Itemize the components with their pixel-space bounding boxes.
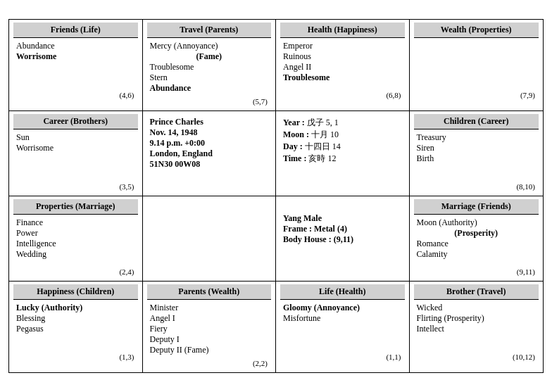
line: Moon (Authority) (417, 217, 537, 228)
line: Angel I (150, 313, 269, 324)
content-marriage-friends: Moon (Authority) (Prosperity) Romance Ca… (414, 215, 539, 278)
line: Calamity (417, 249, 537, 260)
line: Wedding (16, 249, 135, 260)
coord: (3,5) (119, 182, 134, 191)
content-friends-life: Abundance Worrisome (4,6) (13, 38, 138, 101)
header-marriage-friends: Marriage (Friends) (414, 199, 539, 215)
cell-children-career: Children (Career) Treasury Siren Birth (… (410, 111, 544, 196)
cell-health-happiness: Health (Happiness) Emperor Ruinous Angel… (276, 20, 410, 110)
line: Worrisome (16, 143, 135, 153)
line: Wicked (417, 303, 537, 313)
line: Angel II (283, 62, 402, 72)
coord: (9,11) (517, 267, 535, 276)
line: Ruinous (283, 51, 402, 62)
content-children-career: Treasury Siren Birth (8,10) (414, 129, 539, 193)
line: Deputy II (Fame) (150, 345, 269, 355)
content-properties-marriage: Finance Power Intelligence Wedding (2,4) (13, 215, 138, 278)
line: (Prosperity) (417, 228, 537, 239)
time-line: Time : 亥時 12 (283, 153, 402, 165)
line: Troublesome (150, 62, 269, 72)
header-wealth-properties: Wealth (Properties) (414, 23, 539, 38)
grid-row-3: Properties (Marriage) Finance Power Inte… (9, 196, 543, 282)
subject-date: Nov. 14, 1948 (150, 127, 269, 138)
cell-life-health: Life (Health) Gloomy (Annoyance) Misfort… (276, 282, 410, 372)
subject-name: Prince Charles (150, 117, 269, 127)
grid-row-2: Career (Brothers) Sun Worrisome (3,5) Pr… (9, 111, 543, 196)
coord: (4,6) (119, 91, 134, 99)
frame-line: Frame : Metal (4) (283, 224, 402, 234)
line: Gloomy (Annoyance) (283, 303, 402, 313)
line: Intelligence (16, 239, 135, 249)
coord: (5,7) (253, 97, 268, 106)
header-brother-travel: Brother (Travel) (414, 284, 539, 300)
header-happiness-children: Happiness (Children) (13, 284, 138, 300)
cell-career-brothers: Career (Brothers) Sun Worrisome (3,5) (9, 111, 143, 196)
header-properties-marriage: Properties (Marriage) (13, 199, 138, 215)
content-year: Year : 戊子 5, 1 Moon : 十月 10 Day : 十四日 14… (280, 114, 405, 177)
coord: (10,12) (513, 353, 535, 361)
content-empty-mid (147, 199, 272, 277)
content-travel-parents: Mercy (Annoyance) (Fame) Troublesome Ste… (147, 38, 272, 108)
subject-location: London, England (150, 148, 269, 159)
coord: (2,4) (119, 267, 134, 276)
line: Abundance (150, 83, 269, 94)
header-life-health: Life (Health) (280, 284, 405, 300)
moon-line: Moon : 十月 10 (283, 129, 402, 141)
line: Deputy I (150, 334, 269, 345)
content-subject: Prince Charles Nov. 14, 1948 9.14 p.m. +… (147, 114, 272, 177)
subject-time: 9.14 p.m. +0:00 (150, 138, 269, 148)
line: Treasury (417, 132, 537, 143)
line: Pegasus (16, 324, 135, 334)
header-career-brothers: Career (Brothers) (13, 114, 138, 129)
line: Flirting (Prosperity) (417, 313, 537, 324)
content-health-happiness: Emperor Ruinous Angel II Troublesome (6,… (280, 38, 405, 101)
line: Siren (417, 143, 537, 153)
line: Finance (16, 217, 135, 228)
cell-yang-info: Yang Male Frame : Metal (4) Body House :… (276, 196, 410, 281)
grid-row-4: Happiness (Children) Lucky (Authority) B… (9, 282, 543, 372)
line: Fiery (150, 324, 269, 334)
content-parents-wealth: Minister Angel I Fiery Deputy I Deputy I… (147, 300, 272, 369)
content-yang: Yang Male Frame : Metal (4) Body House :… (280, 199, 405, 263)
header-children-career: Children (Career) (414, 114, 539, 129)
line: Romance (417, 239, 537, 249)
yang-male: Yang Male (283, 213, 402, 224)
coord: (7,9) (520, 91, 535, 99)
cell-marriage-friends: Marriage (Friends) Moon (Authority) (Pro… (410, 196, 544, 281)
cell-friends-life: Friends (Life) Abundance Worrisome (4,6) (9, 20, 143, 110)
line: Worrisome (16, 51, 135, 62)
content-career-brothers: Sun Worrisome (3,5) (13, 129, 138, 193)
content-happiness-children: Lucky (Authority) Blessing Pegasus (1,3) (13, 300, 138, 363)
line: Birth (417, 153, 537, 164)
coord: (2,2) (253, 359, 268, 367)
cell-properties-marriage: Properties (Marriage) Finance Power Inte… (9, 196, 143, 281)
line: (Fame) (150, 51, 269, 62)
line: Mercy (Annoyance) (150, 41, 269, 51)
line: Intellect (417, 324, 537, 334)
cell-empty-mid (143, 196, 277, 281)
line: Sun (16, 132, 135, 143)
line: Power (16, 228, 135, 239)
line: Blessing (16, 313, 135, 324)
line: Lucky (Authority) (16, 303, 135, 313)
line: Troublesome (283, 72, 402, 83)
cell-brother-travel: Brother (Travel) Wicked Flirting (Prospe… (410, 282, 544, 372)
body-house-line: Body House : (9,11) (283, 234, 402, 245)
line: Stern (150, 72, 269, 83)
day-line: Day : 十四日 14 (283, 141, 402, 153)
coord: (8,10) (516, 182, 535, 191)
content-wealth-properties: (7,9) (414, 38, 539, 101)
line: Misfortune (283, 313, 402, 324)
cell-parents-wealth: Parents (Wealth) Minister Angel I Fiery … (143, 282, 277, 372)
cell-year-info: Year : 戊子 5, 1 Moon : 十月 10 Day : 十四日 14… (276, 111, 410, 196)
cell-happiness-children: Happiness (Children) Lucky (Authority) B… (9, 282, 143, 372)
content-life-health: Gloomy (Annoyance) Misfortune (1,1) (280, 300, 405, 363)
line: Abundance (16, 41, 135, 51)
coord: (1,3) (119, 353, 134, 361)
header-health-happiness: Health (Happiness) (280, 23, 405, 38)
coord: (1,1) (386, 353, 401, 361)
cell-wealth-properties: Wealth (Properties) (7,9) (410, 20, 544, 110)
cell-subject-info: Prince Charles Nov. 14, 1948 9.14 p.m. +… (143, 111, 277, 196)
grid-row-1: Friends (Life) Abundance Worrisome (4,6)… (9, 20, 543, 111)
cell-travel-parents: Travel (Parents) Mercy (Annoyance) (Fame… (143, 20, 277, 110)
